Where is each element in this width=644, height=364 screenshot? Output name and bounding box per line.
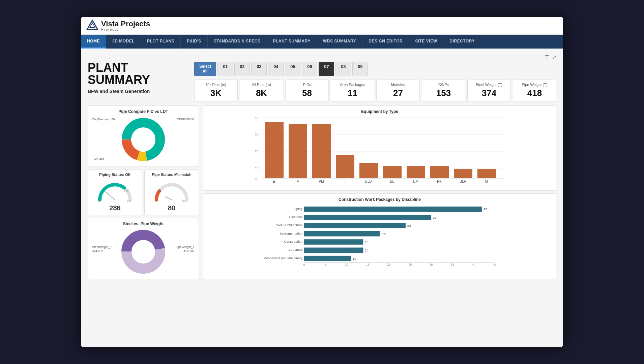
tab-03[interactable]: 03 bbox=[251, 62, 267, 76]
svg-rect-27 bbox=[265, 122, 284, 178]
nav-site-view[interactable]: SITE VIEW bbox=[409, 35, 443, 49]
pipe-compare-svg bbox=[120, 116, 167, 163]
svg-text:20: 20 bbox=[158, 190, 161, 193]
title-area: PLANT SUMMARY BFW and Steam Generation bbox=[88, 62, 189, 94]
svg-text:Structural: Structural bbox=[289, 248, 303, 252]
svg-text:0: 0 bbox=[98, 200, 100, 202]
kpi-all-pipe-label: All Pipe (m) bbox=[244, 83, 279, 87]
pipe-compare-title: Pipe Compare PID vs LDT bbox=[91, 109, 195, 114]
pipe-legend: PipeWeight_T bbox=[176, 245, 195, 249]
svg-text:14: 14 bbox=[365, 248, 369, 252]
kpi-pids: PIDs 58 bbox=[285, 80, 329, 101]
svg-text:Electrical: Electrical bbox=[289, 215, 302, 219]
svg-text:42: 42 bbox=[484, 208, 487, 211]
filter-icons: ⊤ ⤢ bbox=[88, 54, 556, 60]
nav-3d-model[interactable]: 3D MODEL bbox=[106, 35, 141, 49]
svg-text:Instrumentation: Instrumentation bbox=[280, 232, 302, 235]
kpi-modules-value: 27 bbox=[381, 88, 415, 98]
steel-legend: SteelWeight_T bbox=[92, 245, 112, 249]
nav-home[interactable]: HOME bbox=[81, 35, 106, 49]
pipe-status-mismatch-title: Pipe Status: Mismatch bbox=[147, 173, 196, 177]
svg-text:Piping: Piping bbox=[293, 207, 302, 211]
tab-04[interactable]: 04 bbox=[268, 62, 284, 76]
kpi-cwps-value: 153 bbox=[426, 88, 461, 98]
svg-text:BLD: BLD bbox=[365, 180, 372, 183]
svg-rect-29 bbox=[289, 124, 307, 178]
equipment-type-title: Equipment by Type bbox=[207, 109, 553, 114]
kpi-cwps: CWPs 153 bbox=[422, 80, 465, 101]
svg-rect-70 bbox=[304, 239, 363, 245]
nav-plant-summary[interactable]: PLANT SUMMARY bbox=[267, 35, 317, 49]
svg-text:M: M bbox=[485, 180, 488, 183]
svg-text:396: 396 bbox=[127, 200, 131, 202]
cwp-title: Construction Work Packages by Discipline bbox=[207, 197, 553, 202]
svg-text:PK: PK bbox=[437, 180, 442, 183]
kpi-steel-weight-label: Steel Weight (T) bbox=[472, 83, 506, 87]
svg-text:14: 14 bbox=[365, 240, 369, 244]
pipe-status-mismatch-value: 80 bbox=[147, 204, 196, 212]
expand-icon[interactable]: ⤢ bbox=[552, 54, 556, 60]
svg-text:45: 45 bbox=[493, 263, 496, 266]
tab-05[interactable]: 05 bbox=[285, 62, 300, 76]
nav-standards[interactable]: STANDARDS & SPECS bbox=[208, 35, 267, 49]
svg-text:15: 15 bbox=[366, 263, 370, 266]
svg-text:10: 10 bbox=[345, 263, 348, 266]
tab-06[interactable]: 06 bbox=[302, 62, 317, 76]
svg-text:0: 0 bbox=[255, 177, 257, 181]
svg-text:Civil / Architectural: Civil / Architectural bbox=[275, 223, 302, 227]
top-section: PLANT SUMMARY BFW and Steam Generation S… bbox=[88, 62, 556, 101]
svg-text:40: 40 bbox=[255, 116, 258, 119]
nav-wbs-summary[interactable]: WBS SUMMARY bbox=[317, 35, 362, 49]
gauge-mismatch-svg: 0 396 20 bbox=[153, 178, 190, 202]
svg-text:E: E bbox=[273, 180, 275, 183]
steel-value: 374.432 bbox=[92, 249, 112, 253]
svg-text:15: 15 bbox=[343, 151, 347, 154]
kpi-modules: Modules 27 bbox=[376, 80, 420, 101]
right-charts: Equipment by Type 40 30 20 10 0 bbox=[203, 105, 556, 279]
tab-select-all[interactable]: Selectall bbox=[194, 62, 216, 76]
kpi-6plus-pipe-label: 6"+ Pipe (m) bbox=[199, 83, 233, 87]
right-section: Selectall 01 02 03 04 05 06 07 08 09 6"+… bbox=[194, 62, 556, 101]
kpi-cwps-label: CWPs bbox=[426, 83, 461, 87]
svg-text:20: 20 bbox=[255, 150, 258, 153]
tab-07[interactable]: 07 bbox=[319, 62, 334, 76]
svg-rect-33 bbox=[336, 155, 354, 178]
nav-plot-plans[interactable]: PLOT PLANS bbox=[141, 35, 181, 49]
svg-rect-76 bbox=[304, 256, 351, 261]
svg-rect-39 bbox=[407, 166, 425, 178]
nav-design-editor[interactable]: DESIGN EDITOR bbox=[362, 35, 409, 49]
svg-text:BL: BL bbox=[390, 180, 394, 183]
logo-sub: Projects bbox=[101, 28, 150, 31]
kpi-6plus-pipe-value: 3K bbox=[199, 88, 233, 98]
svg-text:Construction: Construction bbox=[284, 240, 303, 243]
svg-text:30: 30 bbox=[430, 263, 433, 266]
svg-line-11 bbox=[165, 196, 172, 200]
svg-text:P: P bbox=[297, 180, 299, 183]
kpi-pipe-weight-label: Pipe Weight (T) bbox=[517, 83, 552, 87]
kpi-pipe-weight-value: 418 bbox=[517, 88, 552, 98]
logo-name: Vista Projects bbox=[101, 20, 150, 28]
nav-directory[interactable]: DIRECTORY bbox=[443, 35, 481, 49]
kpi-pids-value: 58 bbox=[290, 88, 324, 98]
tab-01[interactable]: 01 bbox=[217, 62, 233, 76]
nav-pids[interactable]: P&ID'S bbox=[181, 35, 208, 49]
svg-text:BLR: BLR bbox=[460, 180, 466, 183]
pie-legend-warning: OK (Warning) 30 bbox=[92, 117, 115, 122]
filter-icon[interactable]: ⊤ bbox=[545, 54, 549, 60]
svg-text:Mechanical and Machinery: Mechanical and Machinery bbox=[264, 256, 303, 260]
svg-text:396: 396 bbox=[181, 200, 186, 202]
logo-bar: Vista Projects Projects bbox=[81, 17, 563, 35]
tab-09[interactable]: 09 bbox=[352, 62, 368, 76]
steel-pipe-svg bbox=[120, 228, 167, 275]
svg-text:6: 6 bbox=[486, 164, 488, 168]
tab-02[interactable]: 02 bbox=[234, 62, 250, 76]
svg-rect-58 bbox=[304, 207, 482, 212]
steel-pipe-chart: Steel vs. Pipe Weight SteelWeight_T 374.… bbox=[88, 218, 199, 279]
svg-text:11: 11 bbox=[352, 257, 356, 261]
tab-08[interactable]: 08 bbox=[335, 62, 351, 76]
svg-rect-67 bbox=[304, 231, 380, 237]
cwp-bar-svg: Piping 42 Electrical 30 Civil / Architec… bbox=[207, 204, 553, 266]
charts-area: Pipe Compare PID vs LDT bbox=[88, 105, 556, 279]
svg-text:0: 0 bbox=[155, 200, 157, 202]
svg-text:25: 25 bbox=[409, 263, 412, 266]
